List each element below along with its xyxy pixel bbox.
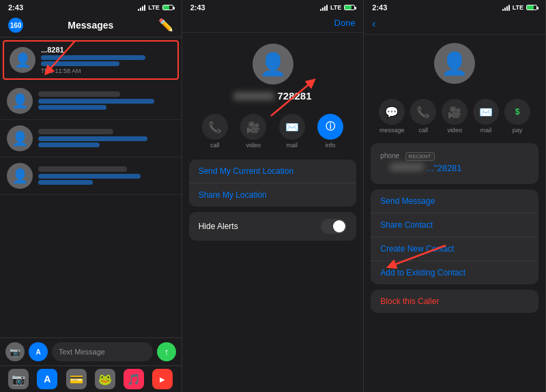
mail-label: mail [286, 142, 298, 149]
contact-header-3: 👤 [364, 35, 545, 95]
hide-alerts-row: Hide Alerts [199, 219, 347, 234]
contact-name-partial: 728281 [277, 90, 311, 102]
message-label-3: message [379, 127, 405, 134]
status-icons-2: LTE [320, 4, 355, 11]
action-items-section: Send Message Share Contact Create New Co… [371, 190, 538, 284]
screen3-actions: 2:43 LTE ‹ 👤 💬 message [364, 0, 546, 392]
pay-action-3[interactable]: $ pay [504, 99, 530, 134]
phone-number[interactable]: ..."28281 [380, 163, 529, 179]
phone-label: phone [380, 152, 399, 160]
screen1-messages: 2:43 LTE 160 Messages ✏️ 👤 [0, 0, 182, 392]
message-list: 👤 ...8281 Thu, 11:58 AM 👤 👤 [0, 37, 182, 337]
call-icon-3: 📞 [410, 99, 436, 125]
send-button[interactable]: ↑ [157, 342, 176, 361]
dock-appstore-icon[interactable]: A [37, 369, 57, 389]
text-input-placeholder: Text Message [59, 348, 105, 356]
msg-preview-4 [38, 174, 141, 179]
message-badge: 160 [8, 18, 23, 33]
share-location-item[interactable]: Share My Location [189, 183, 357, 207]
message-item-3[interactable]: 👤 [0, 120, 182, 157]
status-icons-3: LTE [502, 4, 537, 11]
status-time-3: 2:43 [372, 3, 387, 12]
nav-bar-2: Done [182, 15, 364, 33]
call-label-3: call [418, 127, 428, 134]
action-buttons-2: 📞 call 🎥 video ✉️ mail ⓘ info [189, 108, 357, 154]
contact-name-row: 728281 [233, 90, 311, 102]
phone-section: phone RECENT ..."28281 [371, 143, 538, 184]
block-section: Block this Caller [371, 290, 538, 313]
contact-name-blurred [233, 92, 274, 100]
dock-photo-icon[interactable]: 📷 [8, 369, 29, 389]
avatar-highlighted: 👤 [10, 47, 35, 73]
dock-bar-1: 📷 A 💳 🐸 🎵 ▶ [0, 365, 182, 392]
lte-label-2: LTE [330, 4, 341, 11]
video-action[interactable]: 🎥 video [240, 114, 266, 149]
video-icon: 🎥 [240, 114, 266, 140]
screen2-detail: 2:43 LTE Done 👤 728281 [182, 0, 364, 392]
mail-action-3[interactable]: ✉️ mail [473, 99, 499, 134]
camera-button[interactable]: 📷 [5, 342, 25, 361]
call-icon: 📞 [202, 114, 228, 140]
contact-header-2: 👤 728281 [182, 33, 364, 108]
avatar-3: 👤 [7, 125, 33, 151]
alerts-section: Hide Alerts [189, 212, 357, 241]
message-item-4[interactable]: 👤 [0, 157, 182, 195]
message-item-2[interactable]: 👤 [0, 82, 182, 120]
back-button[interactable]: ‹ [372, 18, 375, 30]
recent-badge: RECENT [405, 152, 435, 161]
text-message-input[interactable]: Text Message [52, 342, 153, 361]
contact-avatar-3: 👤 [434, 43, 475, 84]
apps-button[interactable]: A [29, 342, 48, 361]
msg-preview-1b [41, 61, 119, 66]
mail-icon-3: ✉️ [473, 99, 499, 125]
dock-music-icon[interactable]: 🎵 [124, 369, 144, 389]
share-contact-item[interactable]: Share Contact [371, 213, 538, 237]
dock-game-icon[interactable]: 🐸 [95, 369, 115, 389]
lte-label-3: LTE [513, 4, 523, 11]
msg-time-1: Thu, 11:58 AM [41, 67, 172, 74]
create-contact-item[interactable]: Create New Contact [371, 237, 538, 261]
mail-action[interactable]: ✉️ mail [279, 114, 305, 149]
status-time-1: 2:43 [8, 3, 23, 12]
hide-alerts-toggle[interactable] [321, 219, 347, 234]
msg-name-blurred-4 [38, 166, 127, 172]
msg-preview-1 [41, 55, 145, 60]
add-existing-item[interactable]: Add to Existing Contact [371, 261, 538, 284]
msg-preview-4b [38, 180, 93, 185]
hide-alerts-item[interactable]: Hide Alerts [189, 212, 357, 241]
dock-youtube-icon[interactable]: ▶ [152, 369, 173, 389]
message-action-3[interactable]: 💬 message [379, 99, 405, 134]
status-bar-3: 2:43 LTE [364, 0, 545, 15]
info-icon: ⓘ [317, 114, 343, 140]
battery-icon-1 [162, 5, 173, 10]
compose-icon[interactable]: ✏️ [158, 18, 173, 33]
dock-pay-icon[interactable]: 💳 [66, 369, 87, 389]
send-location-item[interactable]: Send My Current Location [189, 160, 357, 183]
battery-icon-2 [344, 5, 355, 10]
screenshots-container: 2:43 LTE 160 Messages ✏️ 👤 [0, 0, 546, 392]
status-bar-1: 2:43 LTE [0, 0, 182, 15]
signal-icon-1 [138, 4, 145, 11]
done-button[interactable]: Done [334, 18, 356, 28]
lte-label-1: LTE [148, 4, 159, 11]
info-label: info [326, 142, 336, 149]
msg-preview-2b [38, 105, 106, 110]
pay-label-3: pay [513, 127, 523, 134]
message-item-highlighted[interactable]: 👤 ...8281 Thu, 11:58 AM [3, 40, 179, 80]
action-buttons-3: 💬 message 📞 call 🎥 video ✉️ mail $ pay [371, 95, 538, 138]
block-caller-item[interactable]: Block this Caller [371, 290, 538, 313]
contact-avatar-2: 👤 [253, 44, 293, 85]
mail-icon: ✉️ [279, 114, 305, 140]
video-action-3[interactable]: 🎥 video [442, 99, 468, 134]
send-message-item[interactable]: Send Message [371, 190, 538, 213]
msg-name-1: ...8281 [41, 46, 172, 54]
call-action-3[interactable]: 📞 call [410, 99, 436, 134]
video-label-3: video [447, 127, 462, 134]
info-action[interactable]: ⓘ info [317, 114, 343, 149]
toggle-thumb [333, 220, 345, 232]
nav-bar-3: ‹ [364, 15, 546, 35]
video-label: video [246, 142, 261, 149]
call-action[interactable]: 📞 call [202, 114, 228, 149]
messages-title: Messages [68, 20, 113, 31]
msg-name-blurred-3 [38, 129, 113, 134]
